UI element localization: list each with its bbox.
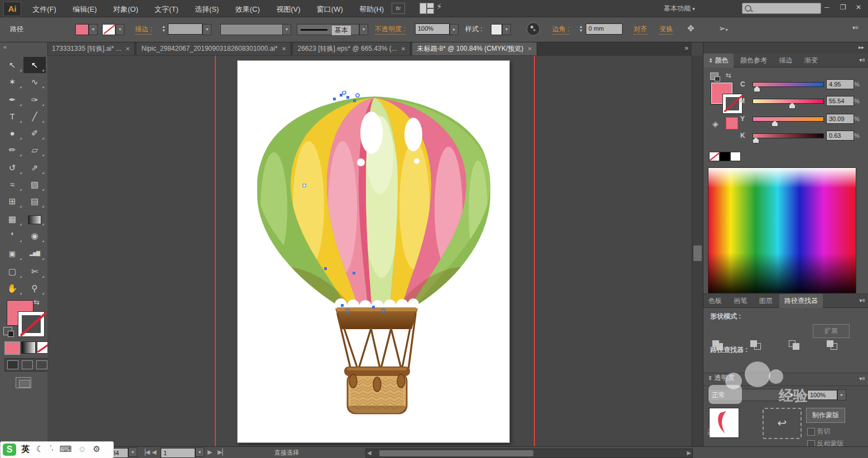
fill-dropdown-arrow[interactable]: ▾	[89, 24, 98, 35]
select-similar-icon[interactable]: ➢▾	[718, 23, 728, 33]
white-swatch[interactable]	[730, 152, 741, 161]
stroke-weight-stepper[interactable]: ▲▼	[161, 25, 167, 32]
next-artboard-icon[interactable]: ▶	[208, 449, 212, 456]
guide-line-right[interactable]	[534, 56, 535, 446]
fill-color-button[interactable]	[4, 341, 20, 355]
workspace-switcher[interactable]: 基本功能 ▾	[664, 4, 695, 13]
direct-selection-tool[interactable]: ↖	[23, 57, 46, 73]
black-swatch[interactable]	[720, 152, 730, 161]
magic-wand-tool[interactable]: ✶	[1, 74, 23, 90]
ime-toolbar[interactable]: S 英 ☾ ’, ⌨ ☺ ⚙	[0, 441, 114, 458]
artboard[interactable]	[237, 60, 510, 443]
in-gamut-swatch[interactable]	[726, 117, 738, 129]
dock-collapse-icon[interactable]: ▸▸	[859, 44, 864, 50]
type-tool[interactable]: T	[1, 108, 23, 124]
shape-builder-tool[interactable]: ⊞	[1, 193, 23, 209]
app-logo[interactable]: Ai	[3, 2, 21, 16]
document-tab[interactable]: Nipic_29842067_20190903182608301000.ai*✕	[137, 42, 291, 55]
width-profile-dropdown[interactable]: ▾	[282, 24, 291, 35]
mesh-tool[interactable]: ▦	[1, 211, 23, 227]
cyan-value[interactable]: 4.95	[826, 79, 854, 89]
horizontal-scrollbar[interactable]: ◀ ▶	[365, 449, 693, 458]
ime-punctuation-icon[interactable]: ’,	[50, 444, 53, 452]
stroke-weight-value[interactable]	[168, 23, 202, 35]
toolbar-stroke-swatch[interactable]	[18, 311, 45, 337]
yellow-value[interactable]: 30.09	[826, 114, 854, 124]
ellipse-tool[interactable]: ●	[1, 125, 23, 141]
menu-edit[interactable]: 编辑(E)	[65, 1, 104, 18]
swap-fill-stroke-icon[interactable]: ⇆	[33, 298, 40, 306]
style-dropdown[interactable]: ▾	[502, 24, 511, 35]
stroke-weight-link[interactable]: 描边 :	[135, 25, 152, 35]
draw-behind-mode-button[interactable]	[22, 360, 33, 369]
close-button[interactable]: ✕	[856, 3, 861, 11]
gpu-performance-icon[interactable]: ⚡	[436, 2, 442, 12]
first-artboard-icon[interactable]: ▕◀	[141, 449, 150, 456]
ime-profile-icon[interactable]: ☺	[78, 444, 86, 454]
bridge-icon[interactable]: Br	[392, 3, 405, 14]
panel-menu-icon[interactable]: ▾≡	[852, 25, 859, 31]
sogou-logo[interactable]: S	[3, 443, 16, 456]
none-swatch[interactable]	[709, 152, 720, 161]
menu-effect[interactable]: 效果(C)	[228, 1, 267, 18]
make-mask-button[interactable]: 制作蒙版	[806, 408, 845, 423]
eyedropper-tool[interactable]: ❜	[1, 228, 23, 244]
menu-view[interactable]: 视图(V)	[269, 1, 307, 18]
scale-tool[interactable]: ⇗	[23, 160, 46, 176]
zoom-dropdown[interactable]: ▾	[128, 447, 137, 457]
menu-object[interactable]: 对象(O)	[106, 1, 146, 18]
search-input[interactable]	[742, 3, 821, 14]
color-panel-menu-icon[interactable]: ▾≡	[859, 57, 865, 63]
document-tab[interactable]: 26623 [转换].eps* @ 665.43% (...✕	[293, 42, 411, 55]
magenta-value[interactable]: 55.54	[826, 96, 854, 106]
expand-button[interactable]: 扩展	[813, 324, 850, 338]
color-spectrum[interactable]	[708, 167, 856, 293]
toolbar-collapse-icon[interactable]: «	[3, 44, 7, 50]
opacity-value[interactable]: 100%	[415, 23, 450, 35]
slice-tool[interactable]: ✄	[23, 263, 46, 279]
artboard-number-field[interactable]: 1	[161, 448, 195, 458]
tab-close-icon[interactable]: ✕	[401, 46, 406, 52]
guide-line-left[interactable]	[215, 56, 216, 446]
vertical-scrollbar-thumb[interactable]	[693, 245, 702, 261]
corner-value[interactable]: 0 mm	[586, 23, 623, 35]
balloon-artwork[interactable]	[252, 91, 497, 420]
tab-swatches[interactable]: 色板	[703, 294, 727, 308]
tab-gradient[interactable]: 渐变	[799, 54, 823, 68]
tab-close-icon[interactable]: ✕	[282, 46, 286, 52]
black-value[interactable]: 0.63	[826, 131, 854, 141]
eraser-tool[interactable]: ▱	[23, 142, 46, 158]
ime-fullhalf-icon[interactable]: ☾	[36, 444, 44, 454]
column-graph-tool[interactable]: ▂▅▇	[23, 245, 46, 262]
tab-close-icon[interactable]: ✕	[527, 46, 532, 52]
tab-close-icon[interactable]: ✕	[126, 46, 130, 52]
gradient-button[interactable]	[21, 341, 36, 354]
menu-help[interactable]: 帮助(H)	[352, 1, 391, 18]
line-segment-tool[interactable]: ╱	[23, 108, 46, 124]
style-swatch[interactable]	[491, 24, 502, 35]
intersect-icon[interactable]	[789, 340, 799, 350]
scroll-left-icon[interactable]: ◀	[367, 450, 372, 456]
menu-type[interactable]: 文字(T)	[147, 1, 186, 18]
cyan-slider[interactable]	[753, 82, 824, 87]
pen-tool[interactable]: ✒	[1, 91, 23, 108]
isolate-selected-icon[interactable]: ✥	[687, 23, 695, 33]
curvature-tool[interactable]: ✑	[23, 91, 46, 108]
screen-mode-button[interactable]	[16, 377, 31, 388]
tab-color[interactable]: ⇕ 颜色	[703, 54, 734, 68]
document-tab-active[interactable]: 未标题-8* @ 100.84% (CMYK/预览)✕	[412, 42, 537, 55]
selection-tool[interactable]: ↖	[1, 57, 23, 73]
transparency-opacity-value[interactable]: 100%	[807, 390, 837, 400]
document-tab[interactable]: 173331335 [转换].ai* ...✕	[47, 42, 135, 55]
hand-tool[interactable]: ✋	[1, 280, 23, 296]
zoom-tool[interactable]: ⚲	[23, 280, 46, 296]
brush-definition[interactable]: 基本	[297, 24, 359, 35]
width-tool[interactable]: ≈	[1, 176, 23, 192]
align-link[interactable]: 对齐	[634, 25, 647, 35]
magenta-slider[interactable]	[753, 99, 824, 104]
tab-pathfinder[interactable]: 路径查找器	[779, 294, 823, 308]
rotate-tool[interactable]: ↺	[1, 160, 23, 176]
tab-stroke[interactable]: 描边	[774, 54, 797, 68]
transform-link[interactable]: 变换	[659, 25, 673, 35]
yellow-slider[interactable]	[753, 117, 824, 122]
